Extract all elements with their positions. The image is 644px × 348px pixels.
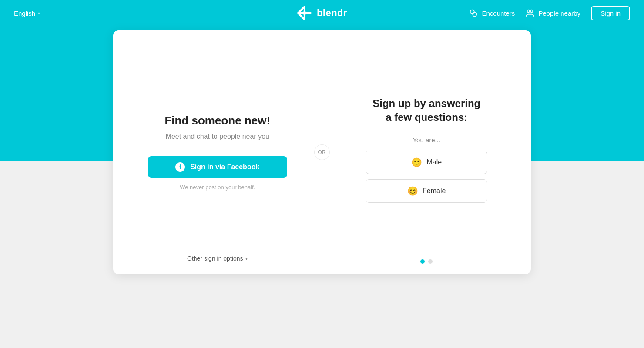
left-panel: Find someone new! Meet and chat to peopl… — [113, 30, 322, 274]
male-label: Male — [426, 158, 442, 166]
other-sign-caret: ▾ — [245, 256, 248, 261]
female-gender-button[interactable]: 😊 Female — [366, 179, 487, 203]
blendr-logo-icon — [297, 5, 312, 21]
signin-button[interactable]: Sign in — [591, 6, 630, 20]
logo-text: blendr — [317, 7, 347, 19]
svg-point-7 — [527, 10, 530, 13]
never-post-text: We never post on your behalf. — [180, 184, 255, 191]
female-label: Female — [423, 187, 446, 195]
find-someone-title: Find someone new! — [164, 114, 270, 127]
language-selector[interactable]: English ▾ — [14, 10, 40, 17]
female-emoji: 😊 — [407, 186, 418, 196]
encounters-label: Encounters — [482, 10, 515, 17]
navbar: English ▾ blendr Encounters — [0, 0, 644, 26]
dot-1 — [420, 259, 425, 264]
or-label: OR — [318, 149, 326, 155]
signup-title-line2: a few questions: — [386, 111, 467, 123]
svg-point-5 — [470, 10, 474, 14]
other-sign-options-button[interactable]: Other sign in options ▾ — [187, 255, 248, 262]
right-panel: Sign up by answering a few questions: Yo… — [322, 30, 531, 274]
pagination-dots — [420, 259, 433, 264]
facebook-icon: f — [175, 162, 185, 172]
nav-right: Encounters People nearby Sign in — [469, 6, 630, 20]
dot-2 — [428, 259, 433, 264]
language-caret: ▾ — [38, 11, 40, 16]
encounters-link[interactable]: Encounters — [469, 8, 515, 18]
nav-left: English ▾ — [14, 10, 40, 17]
svg-point-6 — [473, 12, 477, 16]
language-label: English — [14, 10, 35, 17]
main-card: Find someone new! Meet and chat to peopl… — [113, 30, 531, 274]
signup-title-line1: Sign up by answering — [372, 97, 480, 109]
male-emoji: 🙂 — [411, 157, 422, 167]
male-gender-button[interactable]: 🙂 Male — [366, 151, 487, 174]
people-nearby-label: People nearby — [538, 10, 580, 17]
you-are-label: You are... — [413, 136, 440, 144]
facebook-btn-label: Sign in via Facebook — [190, 163, 259, 171]
other-sign-label: Other sign in options — [187, 255, 243, 262]
encounters-icon — [469, 8, 478, 18]
find-someone-subtitle: Meet and chat to people near you — [166, 133, 269, 141]
people-nearby-link[interactable]: People nearby — [525, 8, 580, 18]
or-divider: OR — [314, 144, 330, 160]
svg-point-8 — [530, 10, 533, 13]
facebook-signin-button[interactable]: f Sign in via Facebook — [148, 156, 287, 178]
people-nearby-icon — [525, 8, 535, 18]
signup-title: Sign up by answering a few questions: — [372, 97, 480, 124]
nav-center: blendr — [297, 5, 347, 21]
